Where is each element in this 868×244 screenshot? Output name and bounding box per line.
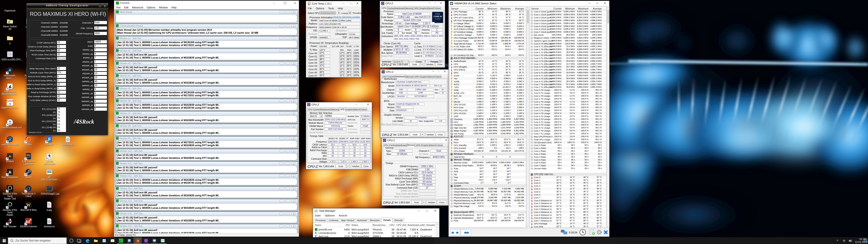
svg-text:F: F bbox=[48, 137, 51, 142]
svg-text:EPIC: EPIC bbox=[27, 154, 30, 156]
svg-text:-1: -1 bbox=[121, 240, 122, 242]
svg-text:1: 1 bbox=[866, 241, 867, 242]
svg-text:π: π bbox=[9, 102, 11, 105]
svg-text:SUPER: SUPER bbox=[6, 100, 13, 102]
